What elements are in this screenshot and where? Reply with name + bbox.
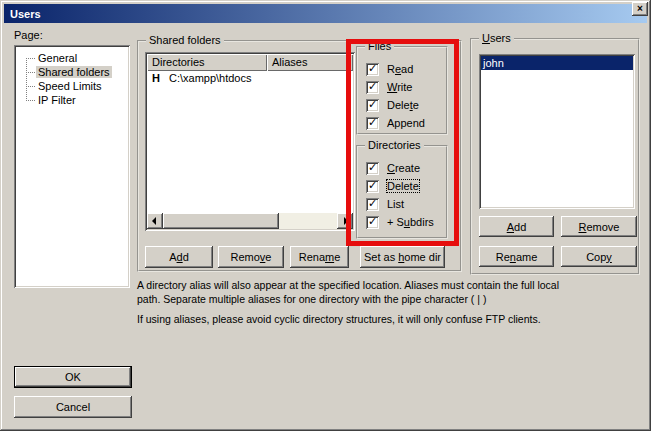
checkbox-label: Delete [387, 99, 419, 111]
checkbox-write[interactable]: ✓ Write [366, 80, 412, 94]
user-rename-label: Rename [496, 251, 538, 263]
tree-line [26, 58, 27, 101]
help-line: path. Separate multiple aliases for one … [137, 292, 559, 306]
sidebar-item-shared-folders[interactable]: Shared folders [36, 65, 112, 79]
listview-header: Directories Aliases [147, 54, 353, 71]
close-icon: × [637, 4, 643, 14]
folder-rename-label: Rename [299, 251, 341, 263]
column-header-directories[interactable]: Directories [147, 54, 267, 71]
checkbox-box[interactable]: ✓ [366, 117, 379, 130]
scroll-left-icon [152, 217, 156, 225]
checkmark-icon: ✓ [368, 80, 377, 93]
user-remove-label: Remove [579, 221, 620, 233]
user-copy-label: Copy [586, 251, 612, 263]
folder-rename-button[interactable]: Rename [290, 246, 349, 268]
checkbox-label: Append [387, 117, 425, 129]
ok-label: OK [65, 371, 81, 383]
checkbox-box[interactable]: ✓ [366, 63, 379, 76]
set-home-dir-button[interactable]: Set as home dir [360, 246, 445, 268]
user-list-item[interactable]: john [481, 56, 633, 70]
tree-item-label: Speed Limits [36, 80, 104, 92]
directories-group-label: Directories [365, 139, 424, 151]
sidebar-item-general[interactable]: General [36, 51, 79, 65]
shared-folders-group-label: Shared folders [146, 34, 224, 46]
users-group: Users john Add Remove Rename Copy [470, 38, 640, 275]
checkbox-list[interactable]: ✓ List [366, 197, 404, 211]
checkbox-subdirs[interactable]: ✓ + Subdirs [366, 215, 434, 229]
alias-help-text: A directory alias will also appear at th… [137, 278, 559, 326]
checkbox-create[interactable]: ✓ Create [366, 161, 420, 175]
directories-group: Directories ✓ Create ✓ Delete ✓ List ✓ +… [356, 145, 448, 239]
sidebar-item-speed-limits[interactable]: Speed Limits [36, 79, 104, 93]
scrollbar-thumb[interactable] [163, 213, 279, 229]
scroll-right-icon [344, 217, 348, 225]
files-group: Files ✓ Read ✓ Write ✓ Delete ✓ Append [356, 46, 448, 135]
folder-add-label: Add [169, 251, 189, 263]
help-line: If using aliases, please avoid cyclic di… [137, 312, 559, 326]
tree-item-label: IP Filter [36, 94, 78, 106]
checkmark-icon: ✓ [368, 197, 377, 210]
checkbox-box[interactable]: ✓ [366, 216, 379, 229]
files-group-label: Files [365, 40, 394, 52]
set-home-dir-label: Set as home dir [364, 251, 441, 263]
help-line: A directory alias will also appear at th… [137, 278, 559, 292]
page-tree: General Shared folders Speed Limits IP F… [14, 45, 130, 288]
scroll-right-button[interactable] [337, 213, 353, 229]
titlebar[interactable]: Users [4, 4, 647, 23]
user-add-label: Add [507, 221, 527, 233]
checkbox-append[interactable]: ✓ Append [366, 116, 425, 130]
users-listbox[interactable]: john [479, 54, 635, 209]
checkbox-box[interactable]: ✓ [366, 99, 379, 112]
users-dialog: Users × Page: General Shared folders Spe… [0, 0, 651, 431]
checkbox-box[interactable]: ✓ [366, 81, 379, 94]
checkbox-label: Read [387, 63, 413, 75]
users-group-label: Users [479, 32, 514, 44]
page-label: Page: [14, 29, 43, 41]
cancel-label: Cancel [56, 401, 90, 413]
checkmark-icon: ✓ [368, 161, 377, 174]
checkbox-label: + Subdirs [387, 216, 434, 228]
window-title: Users [10, 8, 41, 20]
checkmark-icon: ✓ [368, 62, 377, 75]
checkbox-delete-dirs[interactable]: ✓ Delete [366, 179, 419, 193]
tree-item-label: General [36, 52, 79, 64]
scrollbar-track[interactable] [279, 213, 337, 229]
user-remove-button[interactable]: Remove [561, 216, 637, 237]
directories-listview: Directories Aliases H C:\xampp\htdocs [145, 52, 355, 231]
tree-line [26, 72, 35, 73]
checkmark-icon: ✓ [368, 179, 377, 192]
tree-line [26, 86, 35, 87]
ok-button[interactable]: OK [14, 366, 132, 388]
checkbox-label: List [387, 198, 404, 210]
directory-path: C:\xampp\htdocs [169, 72, 252, 84]
checkbox-read[interactable]: ✓ Read [366, 62, 413, 76]
checkbox-delete-files[interactable]: ✓ Delete [366, 98, 419, 112]
folder-add-button[interactable]: Add [145, 246, 213, 268]
checkbox-box[interactable]: ✓ [366, 180, 379, 193]
checkmark-icon: ✓ [368, 215, 377, 228]
close-button[interactable]: × [632, 2, 648, 16]
cancel-button[interactable]: Cancel [14, 396, 132, 418]
checkbox-label: Write [387, 81, 412, 93]
user-copy-button[interactable]: Copy [561, 246, 637, 267]
checkbox-box[interactable]: ✓ [366, 198, 379, 211]
folder-remove-label: Remove [231, 251, 272, 263]
scroll-left-button[interactable] [147, 213, 163, 229]
folder-remove-button[interactable]: Remove [218, 246, 284, 268]
tree-line [26, 58, 35, 59]
tree-line [26, 100, 35, 101]
checkbox-label: Delete [387, 180, 419, 192]
horizontal-scrollbar[interactable] [147, 213, 353, 229]
checkmark-icon: ✓ [368, 116, 377, 129]
tree-item-label: Shared folders [36, 66, 112, 78]
home-flag: H [152, 72, 160, 84]
user-rename-button[interactable]: Rename [479, 246, 554, 267]
column-header-aliases[interactable]: Aliases [267, 54, 353, 71]
checkmark-icon: ✓ [368, 98, 377, 111]
sidebar-item-ip-filter[interactable]: IP Filter [36, 93, 78, 107]
checkbox-box[interactable]: ✓ [366, 162, 379, 175]
user-add-button[interactable]: Add [479, 216, 554, 237]
directory-row[interactable]: H C:\xampp\htdocs [147, 71, 252, 85]
checkbox-label: Create [387, 162, 420, 174]
